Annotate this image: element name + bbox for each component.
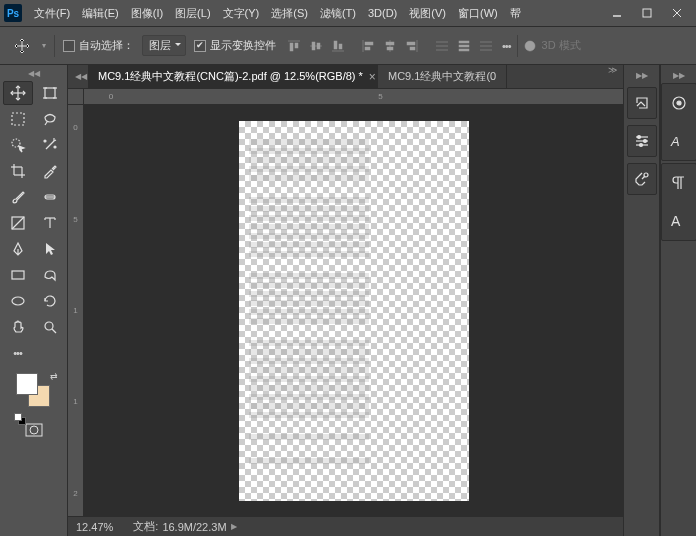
align-group: ••• 3D 模式 — [284, 35, 581, 57]
tools-collapse-icon[interactable]: ◀◀ — [0, 67, 67, 79]
distribute-bottom-icon[interactable] — [476, 36, 496, 56]
show-transform-checkbox[interactable] — [194, 40, 206, 52]
show-transform-option[interactable]: 显示变换控件 — [194, 38, 276, 53]
tab-close-icon[interactable]: × — [369, 70, 376, 84]
svg-line-44 — [46, 141, 54, 149]
eyedropper-tool[interactable] — [35, 159, 65, 183]
align-vcenter-icon[interactable] — [306, 36, 326, 56]
tab-overflow-icon[interactable]: ≫ — [602, 65, 623, 88]
auto-select-target-dropdown[interactable]: 图层 — [142, 35, 186, 56]
svg-rect-13 — [334, 41, 337, 49]
align-left-icon[interactable] — [358, 36, 378, 56]
maximize-button[interactable] — [632, 0, 662, 26]
document-area: ◀◀ MC9.1经典中文教程(CNC篇)-2.pdf @ 12.5%(RGB/8… — [68, 65, 623, 536]
menu-3d[interactable]: 3D(D) — [362, 3, 403, 23]
crop-tool[interactable] — [3, 159, 33, 183]
document-tab[interactable]: MC9.1经典中文教程(0 — [378, 65, 507, 88]
menu-filter[interactable]: 滤镜(T) — [314, 2, 362, 25]
svg-rect-28 — [459, 45, 469, 47]
auto-select-checkbox[interactable] — [63, 40, 75, 52]
character-panel-icon[interactable]: A — [664, 126, 694, 156]
quick-mask-button[interactable] — [23, 421, 45, 439]
canvas-workspace: 0 5 05 11 2 — [68, 89, 623, 516]
svg-line-64 — [52, 329, 56, 333]
align-right-icon[interactable] — [402, 36, 422, 56]
ellipse-tool[interactable] — [3, 289, 33, 313]
menu-select[interactable]: 选择(S) — [265, 2, 314, 25]
align-bottom-icon[interactable] — [328, 36, 348, 56]
canvas[interactable] — [84, 105, 623, 516]
svg-rect-19 — [386, 42, 394, 45]
menu-help[interactable]: 帮 — [504, 2, 527, 25]
align-hcenter-icon[interactable] — [380, 36, 400, 56]
svg-rect-27 — [459, 41, 469, 43]
doc-info-dropdown-icon[interactable]: ▶ — [231, 522, 237, 531]
tabs-collapse-icon[interactable]: ◀◀ — [74, 65, 88, 88]
adjustments-panel-icon[interactable] — [630, 130, 654, 152]
svg-point-47 — [44, 140, 46, 142]
rectangle-tool[interactable] — [3, 263, 33, 287]
gradient-tool[interactable] — [3, 211, 33, 235]
menu-type[interactable]: 文字(Y) — [217, 2, 266, 25]
distribute-top-icon[interactable] — [432, 36, 452, 56]
tab-title: MC9.1经典中文教程(0 — [388, 69, 496, 84]
svg-point-48 — [54, 146, 56, 148]
menu-window[interactable]: 窗口(W) — [452, 2, 504, 25]
custom-shape-tool[interactable] — [35, 263, 65, 287]
brush-tool[interactable] — [3, 185, 33, 209]
auto-select-label: 自动选择： — [79, 38, 134, 53]
properties-panel-icon[interactable] — [630, 168, 654, 190]
svg-rect-11 — [317, 43, 320, 49]
healing-tool[interactable] — [35, 185, 65, 209]
minimize-button[interactable] — [602, 0, 632, 26]
close-button[interactable] — [662, 0, 692, 26]
menu-view[interactable]: 视图(V) — [403, 2, 452, 25]
panel-expand-icon[interactable]: ▶▶ — [661, 69, 696, 81]
align-top-icon[interactable] — [284, 36, 304, 56]
distribute-vcenter-icon[interactable] — [454, 36, 474, 56]
menu-image[interactable]: 图像(I) — [125, 2, 169, 25]
foreground-color-swatch[interactable] — [16, 373, 38, 395]
ruler-origin[interactable] — [68, 89, 84, 105]
tools-panel: ◀◀ •• — [0, 65, 68, 536]
svg-text:A: A — [670, 134, 680, 149]
menu-edit[interactable]: 编辑(E) — [76, 2, 125, 25]
edit-toolbar-button[interactable]: ••• — [3, 341, 33, 365]
horizontal-ruler[interactable]: 0 5 — [84, 89, 623, 105]
hand-tool[interactable] — [3, 315, 33, 339]
vertical-ruler[interactable]: 05 11 2 — [68, 105, 84, 516]
type-tool[interactable] — [35, 211, 65, 235]
color-panel-icon[interactable] — [664, 88, 694, 118]
move-tool-icon[interactable] — [10, 34, 34, 58]
quick-select-tool[interactable] — [3, 133, 33, 157]
artboard-tool[interactable] — [35, 81, 65, 105]
zoom-level[interactable]: 12.47% — [76, 521, 113, 533]
marquee-tool[interactable] — [3, 107, 33, 131]
menu-layer[interactable]: 图层(L) — [169, 2, 216, 25]
zoom-tool[interactable] — [35, 315, 65, 339]
document-tab-active[interactable]: MC9.1经典中文教程(CNC篇)-2.pdf @ 12.5%(RGB/8) *… — [88, 65, 378, 88]
dock-expand-icon[interactable]: ▶▶ — [624, 69, 659, 81]
rotate-view-tool[interactable] — [35, 289, 65, 313]
window-controls — [602, 0, 692, 26]
color-swatches[interactable]: ⇄ — [14, 373, 54, 411]
svg-line-73 — [639, 173, 642, 176]
svg-point-62 — [12, 297, 24, 305]
magic-wand-tool[interactable] — [35, 133, 65, 157]
tool-preset-dropdown-icon[interactable]: ▾ — [42, 41, 46, 50]
history-panel-icon[interactable] — [630, 92, 654, 114]
3d-orbit-icon[interactable] — [520, 36, 540, 56]
lasso-tool[interactable] — [35, 107, 65, 131]
paragraph-panel-icon[interactable] — [664, 168, 694, 198]
svg-text:A: A — [671, 213, 681, 229]
glyphs-panel-icon[interactable]: A — [664, 206, 694, 236]
path-select-tool[interactable] — [35, 237, 65, 261]
menu-file[interactable]: 文件(F) — [28, 2, 76, 25]
move-tool[interactable] — [3, 81, 33, 105]
align-more-icon[interactable]: ••• — [498, 40, 515, 52]
document-tabs: ◀◀ MC9.1经典中文教程(CNC篇)-2.pdf @ 12.5%(RGB/8… — [68, 65, 623, 89]
pen-tool[interactable] — [3, 237, 33, 261]
collapsed-panel-dock: ▶▶ — [624, 65, 660, 536]
swap-colors-icon[interactable]: ⇄ — [50, 371, 58, 381]
auto-select-option[interactable]: 自动选择： — [63, 38, 134, 53]
